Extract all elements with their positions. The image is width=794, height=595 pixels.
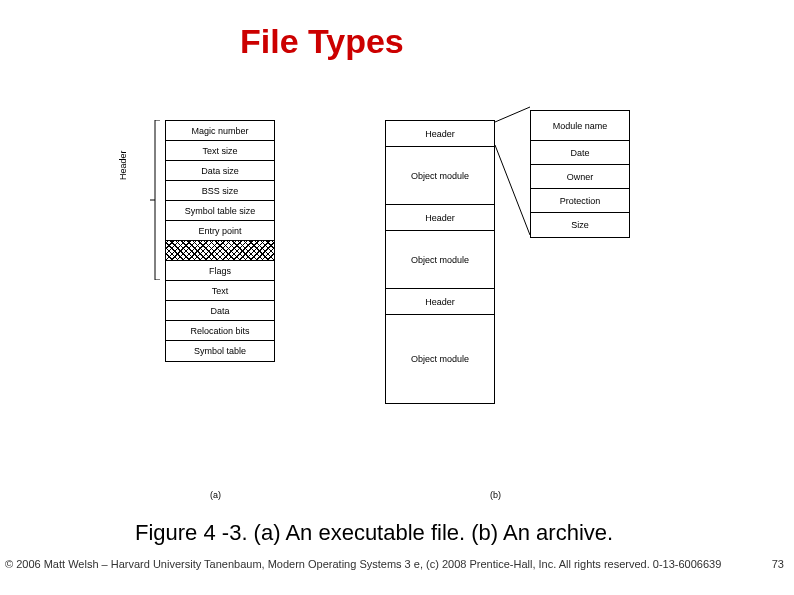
cell-reloc: Relocation bits <box>166 321 274 341</box>
leader-lines <box>495 105 535 255</box>
figure-caption: Figure 4 -3. (a) An executable file. (b)… <box>135 520 613 546</box>
cell-c-prot: Protection <box>531 189 629 213</box>
cell-symtabsize: Symbol table size <box>166 201 274 221</box>
cell-text: Text <box>166 281 274 301</box>
cell-entry: Entry point <box>166 221 274 241</box>
cell-hatched <box>166 241 274 261</box>
svg-line-0 <box>495 107 530 122</box>
page-number: 73 <box>772 558 784 570</box>
footer-mid: Tanenbaum, Modern Operating Systems 3 e,… <box>204 558 721 570</box>
sublabel-b: (b) <box>490 490 501 500</box>
footer: © 2006 Matt Welsh – Harvard University T… <box>5 558 785 570</box>
cell-b-header3: Header <box>386 289 494 315</box>
svg-line-1 <box>495 145 530 235</box>
cell-b-obj2: Object module <box>386 231 494 289</box>
cell-magic: Magic number <box>166 121 274 141</box>
footer-left: © 2006 Matt Welsh – Harvard University <box>5 558 201 570</box>
cell-textsize: Text size <box>166 141 274 161</box>
column-b: Header Object module Header Object modul… <box>385 120 495 404</box>
cell-c-owner: Owner <box>531 165 629 189</box>
cell-flags: Flags <box>166 261 274 281</box>
diagram-container: Header Magic number Text size Data size … <box>120 90 680 500</box>
cell-symtab: Symbol table <box>166 341 274 361</box>
cell-c-size: Size <box>531 213 629 237</box>
cell-c-date: Date <box>531 141 629 165</box>
column-c: Module name Date Owner Protection Size <box>530 110 630 238</box>
cell-bss: BSS size <box>166 181 274 201</box>
cell-b-header1: Header <box>386 121 494 147</box>
cell-b-obj1: Object module <box>386 147 494 205</box>
header-brace <box>140 120 160 260</box>
cell-b-header2: Header <box>386 205 494 231</box>
cell-c-module: Module name <box>531 111 629 141</box>
header-brace-label: Header <box>118 150 128 180</box>
column-a: Magic number Text size Data size BSS siz… <box>165 120 275 362</box>
page-title: File Types <box>240 22 404 61</box>
cell-datasize: Data size <box>166 161 274 181</box>
sublabel-a: (a) <box>210 490 221 500</box>
cell-b-obj3: Object module <box>386 315 494 403</box>
cell-data: Data <box>166 301 274 321</box>
